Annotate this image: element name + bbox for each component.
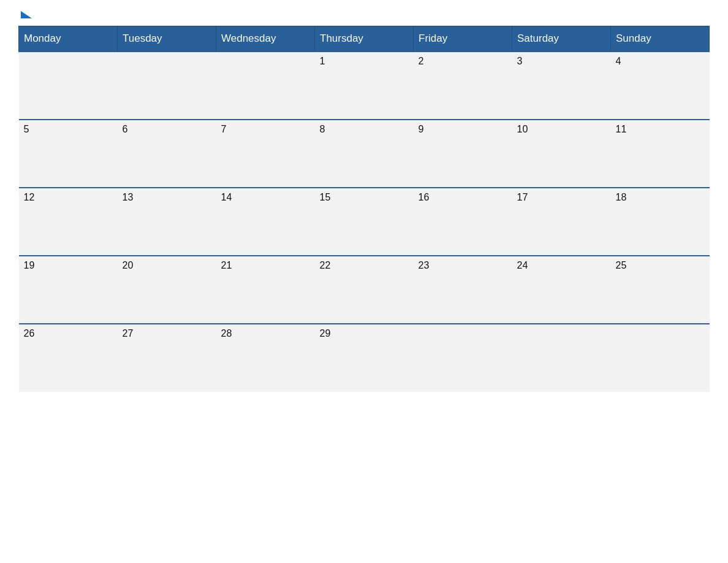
day-number: 19 bbox=[24, 260, 35, 270]
calendar-cell-5-4: 29 bbox=[315, 324, 414, 343]
day-number: 22 bbox=[320, 260, 331, 270]
calendar-content-cell-5-7 bbox=[611, 343, 710, 392]
calendar-content-cell-1-4 bbox=[315, 71, 414, 120]
calendar-content-cell-3-7 bbox=[611, 207, 710, 256]
day-number: 4 bbox=[616, 56, 621, 66]
day-number: 29 bbox=[320, 328, 331, 339]
calendar-cell-2-5: 9 bbox=[414, 120, 512, 139]
calendar-cell-4-4: 22 bbox=[315, 256, 414, 275]
calendar-cell-5-5 bbox=[414, 324, 512, 343]
calendar-content-cell-4-7 bbox=[611, 275, 710, 324]
calendar-cell-5-2: 27 bbox=[118, 324, 216, 343]
calendar-cell-2-4: 8 bbox=[315, 120, 414, 139]
calendar-content-cell-2-7 bbox=[611, 139, 710, 188]
calendar-cell-3-3: 14 bbox=[216, 188, 315, 207]
week-content-row-3 bbox=[19, 207, 710, 256]
calendar-cell-2-1: 5 bbox=[19, 120, 118, 139]
calendar-content-cell-1-3 bbox=[216, 71, 315, 120]
day-number: 24 bbox=[517, 260, 528, 270]
calendar-cell-2-3: 7 bbox=[216, 120, 315, 139]
day-number: 25 bbox=[616, 260, 627, 270]
calendar-content-cell-4-1 bbox=[19, 275, 118, 324]
calendar-content-cell-1-2 bbox=[118, 71, 216, 120]
calendar-content-cell-5-4 bbox=[315, 343, 414, 392]
calendar-cell-5-3: 28 bbox=[216, 324, 315, 343]
calendar-cell-1-2 bbox=[118, 52, 216, 71]
calendar-content-cell-1-6 bbox=[512, 71, 611, 120]
day-number: 6 bbox=[123, 124, 128, 134]
calendar-cell-1-5: 2 bbox=[414, 52, 512, 71]
calendar-content-cell-2-5 bbox=[414, 139, 512, 188]
weekday-header-friday: Friday bbox=[414, 26, 512, 52]
calendar-cell-3-7: 18 bbox=[611, 188, 710, 207]
day-number: 16 bbox=[419, 192, 430, 202]
weekday-header-row: MondayTuesdayWednesdayThursdayFridaySatu… bbox=[19, 26, 710, 52]
calendar-content-cell-4-6 bbox=[512, 275, 611, 324]
calendar-content-cell-3-1 bbox=[19, 207, 118, 256]
calendar-content-cell-4-4 bbox=[315, 275, 414, 324]
week-date-row-3: 12131415161718 bbox=[19, 188, 710, 207]
calendar-content-cell-1-7 bbox=[611, 71, 710, 120]
calendar-cell-3-5: 16 bbox=[414, 188, 512, 207]
weekday-header-monday: Monday bbox=[19, 26, 118, 52]
calendar-cell-5-1: 26 bbox=[19, 324, 118, 343]
calendar-content-cell-4-5 bbox=[414, 275, 512, 324]
weekday-header-tuesday: Tuesday bbox=[118, 26, 216, 52]
weekday-header-thursday: Thursday bbox=[315, 26, 414, 52]
calendar-content-cell-3-3 bbox=[216, 207, 315, 256]
calendar-cell-2-2: 6 bbox=[118, 120, 216, 139]
week-date-row-5: 26272829 bbox=[19, 324, 710, 343]
day-number: 18 bbox=[616, 192, 627, 202]
weekday-header-wednesday: Wednesday bbox=[216, 26, 315, 52]
calendar-cell-1-1 bbox=[19, 52, 118, 71]
calendar-cell-5-7 bbox=[611, 324, 710, 343]
day-number: 26 bbox=[24, 328, 35, 339]
day-number: 13 bbox=[123, 192, 134, 202]
calendar-cell-4-2: 20 bbox=[118, 256, 216, 275]
day-number: 8 bbox=[320, 124, 325, 134]
day-number: 3 bbox=[517, 56, 523, 66]
calendar-content-cell-2-1 bbox=[19, 139, 118, 188]
calendar-content-cell-2-2 bbox=[118, 139, 216, 188]
calendar-cell-1-3 bbox=[216, 52, 315, 71]
week-date-row-4: 19202122232425 bbox=[19, 256, 710, 275]
calendar-content-cell-2-4 bbox=[315, 139, 414, 188]
calendar-content-cell-5-5 bbox=[414, 343, 512, 392]
calendar-table: MondayTuesdayWednesdayThursdayFridaySatu… bbox=[18, 26, 710, 392]
calendar-cell-1-4: 1 bbox=[315, 52, 414, 71]
week-date-row-2: 567891011 bbox=[19, 120, 710, 139]
calendar-cell-5-6 bbox=[512, 324, 611, 343]
weekday-header-sunday: Sunday bbox=[611, 26, 710, 52]
day-number: 21 bbox=[221, 260, 232, 270]
calendar-content-cell-3-6 bbox=[512, 207, 611, 256]
calendar-cell-4-7: 25 bbox=[611, 256, 710, 275]
day-number: 27 bbox=[123, 328, 134, 339]
calendar-content-cell-2-3 bbox=[216, 139, 315, 188]
calendar-cell-4-1: 19 bbox=[19, 256, 118, 275]
calendar-cell-4-6: 24 bbox=[512, 256, 611, 275]
weekday-header-saturday: Saturday bbox=[512, 26, 611, 52]
calendar-cell-3-6: 17 bbox=[512, 188, 611, 207]
week-content-row-5 bbox=[19, 343, 710, 392]
day-number: 20 bbox=[123, 260, 134, 270]
calendar-cell-4-5: 23 bbox=[414, 256, 512, 275]
calendar-cell-3-2: 13 bbox=[118, 188, 216, 207]
day-number: 11 bbox=[616, 124, 627, 134]
calendar-content-cell-5-1 bbox=[19, 343, 118, 392]
page-header bbox=[18, 12, 710, 20]
logo bbox=[18, 12, 32, 20]
week-content-row-1 bbox=[19, 71, 710, 120]
calendar-content-cell-5-3 bbox=[216, 343, 315, 392]
day-number: 12 bbox=[24, 192, 35, 202]
calendar-cell-3-4: 15 bbox=[315, 188, 414, 207]
calendar-cell-4-3: 21 bbox=[216, 256, 315, 275]
calendar-cell-2-7: 11 bbox=[611, 120, 710, 139]
calendar-content-cell-5-2 bbox=[118, 343, 216, 392]
calendar-content-cell-2-6 bbox=[512, 139, 611, 188]
day-number: 1 bbox=[320, 56, 325, 66]
day-number: 28 bbox=[221, 328, 232, 339]
calendar-cell-1-6: 3 bbox=[512, 52, 611, 71]
calendar-content-cell-4-3 bbox=[216, 275, 315, 324]
calendar-content-cell-5-6 bbox=[512, 343, 611, 392]
day-number: 15 bbox=[320, 192, 331, 202]
